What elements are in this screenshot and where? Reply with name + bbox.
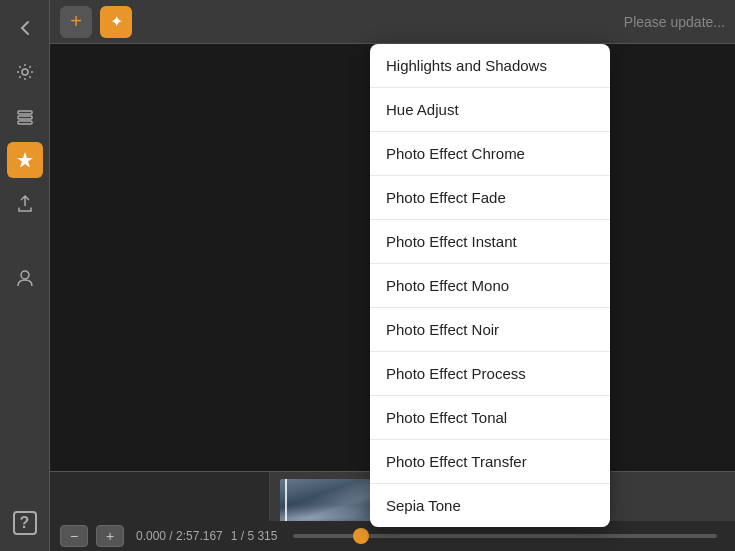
- dropdown-item[interactable]: Photo Effect Fade: [370, 176, 610, 220]
- export-button[interactable]: [7, 186, 43, 222]
- effects-dropdown: Highlights and ShadowsHue AdjustPhoto Ef…: [370, 44, 610, 527]
- dropdown-item[interactable]: Photo Effect Instant: [370, 220, 610, 264]
- layers-button[interactable]: [7, 98, 43, 134]
- dropdown-item[interactable]: Photo Effect Noir: [370, 308, 610, 352]
- dropdown-item[interactable]: Photo Effect Tonal: [370, 396, 610, 440]
- dropdown-item[interactable]: Photo Effect Transfer: [370, 440, 610, 484]
- plus-button[interactable]: +: [96, 525, 124, 547]
- help-button[interactable]: ?: [7, 505, 43, 541]
- dropdown-item[interactable]: Sepia Tone: [370, 484, 610, 527]
- plus-icon: +: [70, 10, 82, 33]
- frame-display: 1 / 5 315: [231, 529, 278, 543]
- dropdown-item[interactable]: Hue Adjust: [370, 88, 610, 132]
- svg-rect-2: [18, 116, 32, 119]
- topbar: + ✦ Please update...: [50, 0, 735, 44]
- svg-rect-1: [18, 111, 32, 114]
- magic-icon: ✦: [110, 12, 123, 31]
- effects-button[interactable]: [7, 142, 43, 178]
- time-display: 0.000 / 2:57.167: [136, 529, 223, 543]
- help-icon: ?: [13, 511, 37, 535]
- person-button[interactable]: [7, 260, 43, 296]
- dropdown-item[interactable]: Photo Effect Process: [370, 352, 610, 396]
- svg-point-0: [22, 69, 28, 75]
- scrubber-track[interactable]: [293, 534, 717, 538]
- add-button[interactable]: +: [60, 6, 92, 38]
- effects-active-button[interactable]: ✦: [100, 6, 132, 38]
- sidebar: ?: [0, 0, 50, 551]
- scrubber-thumb[interactable]: [353, 528, 369, 544]
- settings-button[interactable]: [7, 54, 43, 90]
- dropdown-item[interactable]: Photo Effect Mono: [370, 264, 610, 308]
- dropdown-item[interactable]: Photo Effect Chrome: [370, 132, 610, 176]
- svg-rect-3: [18, 121, 32, 124]
- back-button[interactable]: [7, 10, 43, 46]
- placeholder-text: Please update...: [140, 14, 725, 30]
- dropdown-item[interactable]: Highlights and Shadows: [370, 44, 610, 88]
- minus-button[interactable]: −: [60, 525, 88, 547]
- svg-point-4: [21, 271, 29, 279]
